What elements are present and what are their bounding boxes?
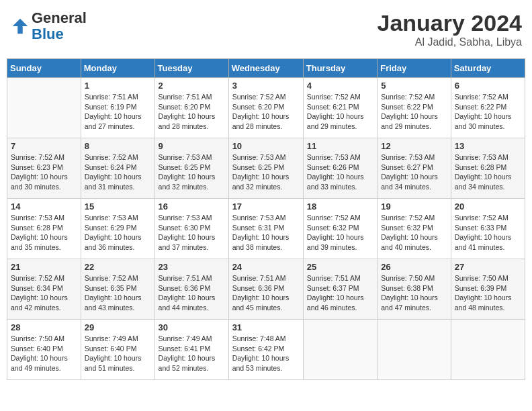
calendar-cell: 29Sunrise: 7:49 AM Sunset: 6:40 PM Dayli… bbox=[81, 320, 154, 380]
calendar-cell: 30Sunrise: 7:49 AM Sunset: 6:41 PM Dayli… bbox=[154, 320, 228, 380]
week-row-5: 28Sunrise: 7:50 AM Sunset: 6:40 PM Dayli… bbox=[7, 320, 525, 380]
logo: GeneralBlue bbox=[10, 10, 87, 42]
calendar-cell: 11Sunrise: 7:53 AM Sunset: 6:26 PM Dayli… bbox=[303, 138, 377, 199]
calendar-cell: 2Sunrise: 7:51 AM Sunset: 6:20 PM Daylig… bbox=[154, 78, 228, 138]
calendar-body: 1Sunrise: 7:51 AM Sunset: 6:19 PM Daylig… bbox=[7, 78, 525, 380]
week-row-4: 21Sunrise: 7:52 AM Sunset: 6:34 PM Dayli… bbox=[7, 259, 525, 320]
calendar-cell: 6Sunrise: 7:52 AM Sunset: 6:22 PM Daylig… bbox=[451, 78, 525, 138]
day-number: 29 bbox=[85, 322, 151, 332]
day-number: 7 bbox=[11, 141, 77, 151]
calendar-cell: 23Sunrise: 7:51 AM Sunset: 6:36 PM Dayli… bbox=[154, 259, 228, 320]
day-number: 26 bbox=[381, 262, 447, 272]
day-number: 16 bbox=[159, 201, 225, 212]
day-number: 2 bbox=[159, 81, 225, 91]
day-number: 5 bbox=[381, 81, 447, 91]
day-info: Sunrise: 7:52 AM Sunset: 6:35 PM Dayligh… bbox=[85, 273, 151, 313]
calendar-cell: 28Sunrise: 7:50 AM Sunset: 6:40 PM Dayli… bbox=[7, 320, 81, 380]
day-number: 22 bbox=[85, 262, 151, 272]
day-info: Sunrise: 7:52 AM Sunset: 6:21 PM Dayligh… bbox=[307, 92, 373, 132]
day-number: 13 bbox=[455, 141, 521, 151]
day-info: Sunrise: 7:50 AM Sunset: 6:40 PM Dayligh… bbox=[11, 334, 77, 373]
day-number: 17 bbox=[232, 201, 300, 212]
day-number: 23 bbox=[159, 262, 225, 272]
day-number: 20 bbox=[455, 201, 521, 212]
month-title: January 2024 bbox=[378, 10, 523, 36]
day-number: 21 bbox=[11, 262, 77, 272]
day-info: Sunrise: 7:52 AM Sunset: 6:22 PM Dayligh… bbox=[381, 92, 447, 132]
day-info: Sunrise: 7:50 AM Sunset: 6:39 PM Dayligh… bbox=[455, 273, 521, 313]
column-header-monday: Monday bbox=[81, 59, 154, 78]
calendar-cell: 25Sunrise: 7:51 AM Sunset: 6:37 PM Dayli… bbox=[303, 259, 377, 320]
day-number: 12 bbox=[381, 141, 447, 151]
calendar-cell: 4Sunrise: 7:52 AM Sunset: 6:21 PM Daylig… bbox=[303, 78, 377, 138]
day-info: Sunrise: 7:48 AM Sunset: 6:42 PM Dayligh… bbox=[232, 334, 300, 373]
day-info: Sunrise: 7:52 AM Sunset: 6:32 PM Dayligh… bbox=[381, 213, 447, 253]
day-info: Sunrise: 7:53 AM Sunset: 6:28 PM Dayligh… bbox=[11, 213, 77, 253]
calendar-cell: 19Sunrise: 7:52 AM Sunset: 6:32 PM Dayli… bbox=[378, 199, 451, 259]
calendar-cell: 20Sunrise: 7:52 AM Sunset: 6:33 PM Dayli… bbox=[451, 199, 525, 259]
week-row-3: 14Sunrise: 7:53 AM Sunset: 6:28 PM Dayli… bbox=[7, 199, 525, 259]
day-info: Sunrise: 7:52 AM Sunset: 6:20 PM Dayligh… bbox=[232, 92, 300, 132]
week-row-2: 7Sunrise: 7:52 AM Sunset: 6:23 PM Daylig… bbox=[7, 138, 525, 199]
calendar-cell: 16Sunrise: 7:53 AM Sunset: 6:30 PM Dayli… bbox=[154, 199, 228, 259]
day-number: 28 bbox=[11, 322, 77, 332]
logo-icon bbox=[10, 16, 30, 36]
day-info: Sunrise: 7:53 AM Sunset: 6:26 PM Dayligh… bbox=[307, 152, 373, 192]
day-info: Sunrise: 7:50 AM Sunset: 6:38 PM Dayligh… bbox=[381, 273, 447, 313]
day-number: 14 bbox=[11, 201, 77, 212]
logo-text: GeneralBlue bbox=[32, 10, 87, 42]
calendar-cell: 26Sunrise: 7:50 AM Sunset: 6:38 PM Dayli… bbox=[378, 259, 451, 320]
day-info: Sunrise: 7:51 AM Sunset: 6:36 PM Dayligh… bbox=[232, 273, 300, 313]
day-number: 11 bbox=[307, 141, 373, 151]
calendar-header-row: SundayMondayTuesdayWednesdayThursdayFrid… bbox=[7, 59, 525, 78]
calendar-cell: 3Sunrise: 7:52 AM Sunset: 6:20 PM Daylig… bbox=[228, 78, 303, 138]
day-number: 6 bbox=[455, 81, 521, 91]
day-info: Sunrise: 7:53 AM Sunset: 6:25 PM Dayligh… bbox=[232, 152, 300, 192]
day-number: 4 bbox=[307, 81, 373, 91]
column-header-wednesday: Wednesday bbox=[228, 59, 303, 78]
day-number: 1 bbox=[85, 81, 151, 91]
location-title: Al Jadid, Sabha, Libya bbox=[378, 36, 523, 48]
calendar-cell: 1Sunrise: 7:51 AM Sunset: 6:19 PM Daylig… bbox=[81, 78, 154, 138]
calendar-cell: 5Sunrise: 7:52 AM Sunset: 6:22 PM Daylig… bbox=[378, 78, 451, 138]
calendar-cell: 17Sunrise: 7:53 AM Sunset: 6:31 PM Dayli… bbox=[228, 199, 303, 259]
calendar-cell: 22Sunrise: 7:52 AM Sunset: 6:35 PM Dayli… bbox=[81, 259, 154, 320]
day-info: Sunrise: 7:52 AM Sunset: 6:22 PM Dayligh… bbox=[455, 92, 521, 132]
column-header-saturday: Saturday bbox=[451, 59, 525, 78]
calendar-cell: 15Sunrise: 7:53 AM Sunset: 6:29 PM Dayli… bbox=[81, 199, 154, 259]
day-info: Sunrise: 7:51 AM Sunset: 6:20 PM Dayligh… bbox=[159, 92, 225, 132]
calendar-cell: 14Sunrise: 7:53 AM Sunset: 6:28 PM Dayli… bbox=[7, 199, 81, 259]
page-header: GeneralBlue January 2024 Al Jadid, Sabha… bbox=[7, 7, 525, 52]
calendar-table: SundayMondayTuesdayWednesdayThursdayFrid… bbox=[7, 58, 525, 380]
calendar-cell: 31Sunrise: 7:48 AM Sunset: 6:42 PM Dayli… bbox=[228, 320, 303, 380]
calendar-cell: 13Sunrise: 7:53 AM Sunset: 6:28 PM Dayli… bbox=[451, 138, 525, 199]
title-block: January 2024 Al Jadid, Sabha, Libya bbox=[378, 10, 523, 48]
calendar-cell: 24Sunrise: 7:51 AM Sunset: 6:36 PM Dayli… bbox=[228, 259, 303, 320]
calendar-cell bbox=[303, 320, 377, 380]
day-number: 25 bbox=[307, 262, 373, 272]
day-number: 24 bbox=[232, 262, 300, 272]
day-info: Sunrise: 7:52 AM Sunset: 6:34 PM Dayligh… bbox=[11, 273, 77, 313]
calendar-cell: 10Sunrise: 7:53 AM Sunset: 6:25 PM Dayli… bbox=[228, 138, 303, 199]
day-info: Sunrise: 7:51 AM Sunset: 6:19 PM Dayligh… bbox=[85, 92, 151, 132]
calendar-cell bbox=[7, 78, 81, 138]
calendar-cell: 12Sunrise: 7:53 AM Sunset: 6:27 PM Dayli… bbox=[378, 138, 451, 199]
column-header-tuesday: Tuesday bbox=[154, 59, 228, 78]
calendar-cell: 9Sunrise: 7:53 AM Sunset: 6:25 PM Daylig… bbox=[154, 138, 228, 199]
day-info: Sunrise: 7:52 AM Sunset: 6:24 PM Dayligh… bbox=[85, 152, 151, 192]
day-number: 3 bbox=[232, 81, 300, 91]
day-number: 8 bbox=[85, 141, 151, 151]
column-header-sunday: Sunday bbox=[7, 59, 81, 78]
column-header-friday: Friday bbox=[378, 59, 451, 78]
day-info: Sunrise: 7:52 AM Sunset: 6:32 PM Dayligh… bbox=[307, 213, 373, 253]
day-info: Sunrise: 7:52 AM Sunset: 6:23 PM Dayligh… bbox=[11, 152, 77, 192]
day-info: Sunrise: 7:53 AM Sunset: 6:27 PM Dayligh… bbox=[381, 152, 447, 192]
day-number: 15 bbox=[85, 201, 151, 212]
day-info: Sunrise: 7:53 AM Sunset: 6:25 PM Dayligh… bbox=[159, 152, 225, 192]
svg-marker-0 bbox=[13, 19, 28, 34]
day-number: 10 bbox=[232, 141, 300, 151]
calendar-cell: 7Sunrise: 7:52 AM Sunset: 6:23 PM Daylig… bbox=[7, 138, 81, 199]
day-info: Sunrise: 7:53 AM Sunset: 6:30 PM Dayligh… bbox=[159, 213, 225, 253]
day-number: 9 bbox=[159, 141, 225, 151]
day-info: Sunrise: 7:51 AM Sunset: 6:37 PM Dayligh… bbox=[307, 273, 373, 313]
